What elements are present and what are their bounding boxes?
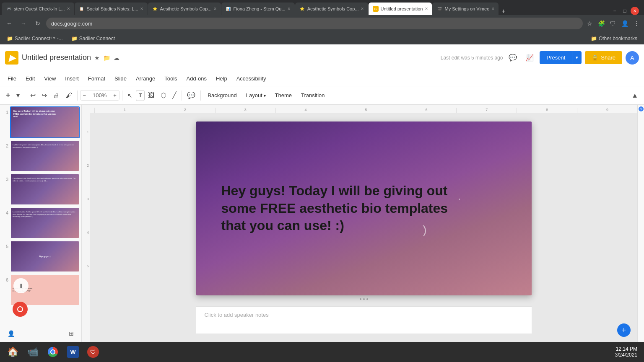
menu-insert[interactable]: Insert <box>61 74 83 83</box>
tab-close-4[interactable]: × <box>288 6 291 12</box>
slide-panel-person-icon[interactable]: 👤 <box>5 328 17 339</box>
comments-icon[interactable]: 💬 <box>506 51 519 64</box>
minimize-button[interactable]: − <box>610 7 619 15</box>
present-dropdown-button[interactable]: ▾ <box>572 51 582 64</box>
menu-accessibility[interactable]: Accessibility <box>232 74 270 83</box>
presentation-title[interactable]: Untitled presentation <box>22 53 91 62</box>
analytics-icon[interactable]: 📈 <box>523 51 536 64</box>
tab-untitled-presentation[interactable]: G Untitled presentation × <box>369 3 432 15</box>
theme-button[interactable]: Theme <box>271 90 296 101</box>
taskbar-zoom-button[interactable]: 📹 <box>23 343 42 361</box>
zoom-control[interactable]: − 100% + <box>80 90 119 101</box>
menu-tools[interactable]: Tools <box>160 74 181 83</box>
bookmark-star-icon[interactable]: ☆ <box>585 19 594 28</box>
tab-close-3[interactable]: × <box>213 6 216 12</box>
user-avatar[interactable]: A <box>626 51 639 65</box>
side-panel-right: G <box>637 105 644 342</box>
menu-file[interactable]: File <box>3 74 21 83</box>
menu-arrange[interactable]: Arrange <box>132 74 159 83</box>
taskbar-word-button[interactable]: W <box>64 343 82 361</box>
star-icon[interactable]: ★ <box>94 54 100 61</box>
reload-button[interactable]: ↻ <box>32 18 44 29</box>
address-input[interactable]: docs.google.com <box>46 18 583 29</box>
tab-close-5[interactable]: × <box>361 6 364 12</box>
other-bookmarks[interactable]: 📁 Other bookmarks <box>588 35 640 42</box>
share-label: Share <box>601 54 615 61</box>
cursor-tool-button[interactable]: ↖ <box>125 90 135 101</box>
undo-button[interactable]: ↩ <box>28 89 38 101</box>
tab-aesthetic-2[interactable]: ⭐ Aesthetic Symbols Cop... × <box>295 3 368 15</box>
slide-thumb-4[interactable]: Last edited video: Roblox game G.S. 19 a… <box>10 207 80 239</box>
profile-icon[interactable]: 👤 <box>621 19 629 28</box>
back-button[interactable]: ← <box>3 18 15 29</box>
background-button[interactable]: Background <box>203 90 241 101</box>
more-icon[interactable]: ⋮ <box>632 19 641 28</box>
slide-thumb-5[interactable]: Bye guys :) <box>10 240 80 272</box>
image-tool-button[interactable]: 🖼 <box>145 90 157 101</box>
transition-button[interactable]: Transition <box>297 90 329 101</box>
tab-close-7[interactable]: × <box>491 6 494 12</box>
tab-close-2[interactable]: × <box>140 6 143 12</box>
pause-button[interactable]: ⏸ <box>13 278 29 293</box>
layout-button[interactable]: Layout <box>242 90 270 101</box>
zoom-in-button[interactable]: + <box>111 90 119 100</box>
tab-aesthetic-1[interactable]: ⭐ Aesthetic Symbols Cop... × <box>148 3 221 15</box>
menu-view[interactable]: View <box>40 74 60 83</box>
cloud-sync-icon[interactable]: ☁ <box>114 54 119 61</box>
close-window-button[interactable]: × <box>631 7 639 15</box>
taskbar-home-button[interactable]: 🏠 <box>3 343 22 361</box>
collapse-toolbar-button[interactable]: ▲ <box>629 90 641 101</box>
bookmark-sadlier-1[interactable]: 📁 Sadlier Connect™ -... <box>4 35 65 42</box>
new-tab-button[interactable]: + <box>499 8 508 15</box>
zoom-out-button[interactable]: − <box>80 90 89 100</box>
right-panel-icon[interactable]: G <box>639 106 644 111</box>
record-button[interactable] <box>13 302 28 317</box>
speaker-notes-placeholder[interactable]: Click to add speaker notes <box>205 312 523 318</box>
tab-vimeo[interactable]: 🎬 My Settings on Vimeo × <box>432 3 499 15</box>
add-dropdown-button[interactable]: ▾ <box>14 89 22 101</box>
add-item-button[interactable]: + <box>3 89 13 102</box>
present-button[interactable]: Present <box>540 51 572 64</box>
ruler-mark-5: 5 <box>336 108 396 113</box>
menu-format[interactable]: Format <box>84 74 109 83</box>
forward-button[interactable]: → <box>18 18 29 29</box>
share-button[interactable]: 🔒 Share <box>585 51 622 64</box>
slide-canvas[interactable]: Hey guys! Today I will be giving out som… <box>196 122 532 295</box>
text-tool-button[interactable]: T <box>136 90 145 101</box>
zoom-level[interactable]: 100% <box>88 90 111 100</box>
tab-fiona[interactable]: 📊 Fiona Zheng - Stem Qu... × <box>221 3 295 15</box>
slide-thumb-1[interactable]: Hey guys! Today I will be giving out som… <box>10 106 80 138</box>
line-tool-button[interactable]: ╱ <box>170 89 179 101</box>
slide-main-content[interactable]: Hey guys! Today I will be giving out som… <box>221 182 452 235</box>
shield-icon[interactable]: 🛡 <box>609 19 617 28</box>
slide-thumbnail-3: If you haven't, you should check it out … <box>11 174 79 204</box>
slide-panel-grid-icon[interactable]: ⊞ <box>66 328 76 339</box>
slide-thumb-2[interactable]: I will be listing them in the descriptio… <box>10 140 80 172</box>
slide-resize-handle[interactable] <box>360 295 368 303</box>
menu-addons[interactable]: Add-ons <box>182 74 211 83</box>
add-floating-button[interactable]: + <box>617 323 631 337</box>
restore-button[interactable]: □ <box>621 7 629 15</box>
menu-edit[interactable]: Edit <box>21 74 39 83</box>
bookmark-sadlier-2[interactable]: 📁 Sadlier Connect <box>69 35 117 42</box>
tab-stem-quest[interactable]: 🎮 stem Quest Check-In L... × <box>2 3 74 15</box>
extensions-icon[interactable]: 🧩 <box>597 19 605 28</box>
comment-button[interactable]: 💬 <box>184 89 198 101</box>
redo-button[interactable]: ↪ <box>39 89 49 101</box>
tab-social-studies[interactable]: 📋 Social Studies Notes: L... × <box>75 3 148 15</box>
taskbar-chrome-button[interactable] <box>44 343 62 361</box>
menu-help[interactable]: Help <box>212 74 231 83</box>
slide-6-container: 6 Roblox Gamer CheckmarkFire Roblox Game… <box>2 274 80 306</box>
bookmark-folder-icon-1: 📁 <box>7 36 13 41</box>
menu-slide[interactable]: Slide <box>110 74 131 83</box>
shapes-tool-button[interactable]: ⬡ <box>158 89 169 101</box>
print-button[interactable]: 🖨 <box>50 90 62 101</box>
slide-thumb-3[interactable]: If you haven't, you should check it out … <box>10 173 80 205</box>
tab-close-1[interactable]: × <box>67 6 70 12</box>
dot-3 <box>366 298 368 300</box>
tab-close-6[interactable]: × <box>425 6 428 12</box>
taskbar-shield-button[interactable]: 🛡 <box>84 343 102 361</box>
paint-format-button[interactable]: 🖌 <box>63 90 75 101</box>
save-to-drive-icon[interactable]: 📁 <box>103 54 110 61</box>
speaker-notes[interactable]: Click to add speaker notes <box>196 306 532 334</box>
